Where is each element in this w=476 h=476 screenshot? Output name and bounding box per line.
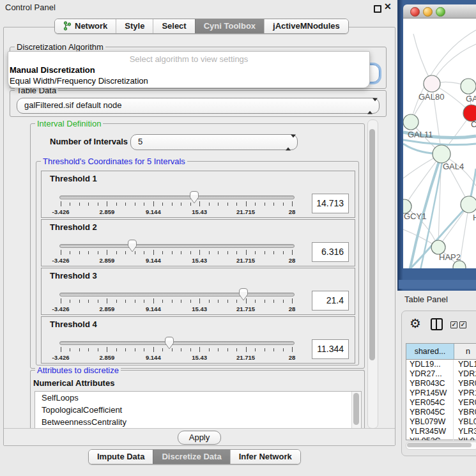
- threshold-2-box: Threshold 2 -3.4262.8599.14415.4321.7152…: [41, 219, 355, 266]
- tab-network[interactable]: Network: [55, 19, 116, 33]
- cell-shared-name[interactable]: YDR27...: [406, 369, 454, 379]
- tick-mark: [255, 203, 256, 206]
- slider-track[interactable]: [59, 293, 295, 296]
- tab-discretize-data[interactable]: Discretize Data: [153, 450, 229, 464]
- threshold-3-box: Threshold 3 -3.4262.8599.14415.4321.7152…: [41, 268, 355, 315]
- threshold-4-value-field[interactable]: 11.344: [312, 339, 349, 359]
- zoom-traffic-light-icon[interactable]: [436, 7, 445, 17]
- network-node[interactable]: [461, 79, 476, 94]
- tick-mark: [116, 203, 117, 206]
- network-node[interactable]: [461, 196, 476, 213]
- table-header-row: shared... n: [406, 344, 476, 360]
- table-row[interactable]: YER054CYER0: [406, 398, 476, 408]
- cell-shared-name[interactable]: YBL079W: [406, 417, 454, 427]
- network-node[interactable]: [433, 145, 450, 163]
- cell-name[interactable]: YDR2: [454, 369, 476, 379]
- list-scrollbar[interactable]: [351, 392, 361, 429]
- tick-mark: [292, 347, 293, 352]
- tick-mark: [135, 300, 135, 303]
- attributes-group: Attributes to discretize Numerical Attri…: [30, 370, 365, 429]
- cell-name[interactable]: YBR0: [454, 379, 476, 388]
- panel-scrollbar[interactable]: [367, 119, 378, 429]
- table-row[interactable]: YBR043CYBR0: [406, 379, 476, 388]
- control-panel-title: Control Panel: [5, 3, 56, 12]
- numerical-attributes-list[interactable]: SelfLoopsTopologicalCoefficientBetweenne…: [35, 391, 362, 429]
- tick-label: 9.144: [146, 208, 161, 215]
- slider-thumb-icon[interactable]: [189, 190, 199, 204]
- slider-thumb-icon[interactable]: [164, 336, 174, 350]
- threshold-3-slider[interactable]: -3.4262.8599.14415.4321.71528: [57, 288, 296, 314]
- apply-button[interactable]: Apply: [178, 431, 221, 445]
- network-view-canvas[interactable]: GAL80GACGAL11GAL4GCY1HHAP2: [403, 19, 476, 268]
- column-header-shared-name[interactable]: shared...: [406, 344, 454, 359]
- threshold-2-slider[interactable]: -3.4262.8599.14415.4321.71528: [57, 239, 296, 266]
- menu-item-equal-width-frequency[interactable]: Equal Width/Frequency Discretization: [10, 76, 148, 86]
- cell-shared-name[interactable]: YBR045C: [406, 408, 454, 417]
- attributes-group-title: Attributes to discretize: [35, 365, 121, 375]
- cell-name[interactable]: YDL1: [454, 360, 476, 369]
- tick-mark: [218, 300, 219, 303]
- tab-style[interactable]: Style: [116, 19, 153, 33]
- table-row[interactable]: YBR045CYBR0: [406, 408, 476, 417]
- threshold-1-slider[interactable]: -3.4262.8599.14415.4321.71528: [57, 190, 296, 217]
- attribute-list-item[interactable]: TopologicalCoefficient: [35, 404, 361, 416]
- close-traffic-light-icon[interactable]: [410, 7, 420, 17]
- slider-track[interactable]: [59, 341, 295, 345]
- node-attribute-table[interactable]: shared... n YDL19...YDL1YDR27...YDR2YBR0…: [406, 343, 476, 440]
- cell-name[interactable]: YPR1: [454, 388, 476, 398]
- table-row[interactable]: YPR145WYPR1: [406, 388, 476, 398]
- network-window-titlebar[interactable]: [403, 4, 476, 19]
- table-row[interactable]: YDR27...YDR2: [406, 369, 476, 379]
- slider-thumb-icon[interactable]: [127, 239, 137, 253]
- float-window-icon[interactable]: [374, 5, 381, 13]
- gear-icon[interactable]: ⚙: [410, 316, 421, 331]
- table-row[interactable]: YDL19...YDL1: [406, 360, 476, 369]
- split-columns-icon[interactable]: [431, 318, 443, 330]
- cell-shared-name[interactable]: YIL052C: [406, 436, 454, 440]
- tab-jactivemnodules[interactable]: jActiveMNodules: [264, 19, 348, 33]
- cell-shared-name[interactable]: YLR345W: [406, 427, 454, 436]
- cell-name[interactable]: YBL0: [454, 417, 476, 427]
- tab-select[interactable]: Select: [153, 19, 194, 33]
- slider-track[interactable]: [59, 244, 295, 248]
- tick-mark: [190, 348, 191, 351]
- cell-shared-name[interactable]: YBR043C: [406, 379, 454, 388]
- tab-cyni-toolbox[interactable]: Cyni Toolbox: [195, 19, 264, 33]
- minimize-traffic-light-icon[interactable]: [423, 7, 433, 17]
- threshold-4-slider[interactable]: -3.4262.8599.14415.4321.71528: [57, 336, 296, 363]
- table-horizontal-scrollbar[interactable]: [406, 441, 476, 450]
- checkbox-checked-icon[interactable]: ✓: [459, 321, 466, 328]
- tick-mark: [265, 348, 265, 351]
- table-data-combobox[interactable]: galFiltered.sif default node: [17, 98, 380, 114]
- close-icon[interactable]: ✕: [384, 1, 392, 12]
- cell-shared-name[interactable]: YER054C: [406, 398, 454, 408]
- tab-infer-network[interactable]: Infer Network: [230, 450, 300, 464]
- cell-name[interactable]: YLR3: [454, 427, 476, 436]
- slider-track[interactable]: [59, 196, 295, 199]
- network-node[interactable]: [424, 75, 440, 92]
- slider-thumb-icon[interactable]: [238, 288, 249, 302]
- checkbox-checked-icon[interactable]: ✓: [450, 321, 457, 328]
- threshold-2-value-field[interactable]: 6.316: [312, 242, 349, 262]
- table-row[interactable]: YIL052CYIL0: [406, 436, 476, 440]
- number-of-intervals-combobox[interactable]: 5: [130, 134, 298, 150]
- thresholds-group-title: Threshold's Coordinates for 5 Intervals: [41, 157, 187, 166]
- threshold-3-value-field[interactable]: 21.4: [312, 291, 349, 311]
- threshold-1-value-field[interactable]: 14.713: [312, 194, 349, 213]
- cell-name[interactable]: YIL0: [454, 436, 476, 440]
- cell-shared-name[interactable]: YDL19...: [406, 360, 454, 369]
- table-row[interactable]: YLR345WYLR3: [406, 427, 476, 436]
- attribute-list-item[interactable]: SelfLoops: [35, 392, 361, 404]
- column-header-name[interactable]: n: [454, 344, 476, 359]
- table-row[interactable]: YBL079WYBL0: [406, 417, 476, 427]
- tick-mark: [88, 348, 89, 351]
- cell-name[interactable]: YER0: [454, 398, 476, 408]
- tick-label: 21.715: [236, 208, 255, 215]
- cell-shared-name[interactable]: YPR145W: [406, 388, 454, 398]
- network-node[interactable]: [403, 114, 418, 130]
- cell-name[interactable]: YBR0: [454, 408, 476, 417]
- attribute-list-item[interactable]: BetweennessCentrality: [35, 416, 361, 428]
- tick-mark: [61, 250, 61, 255]
- menu-item-manual-discretization[interactable]: Manual Discretization: [10, 65, 95, 75]
- tab-impute-data[interactable]: Impute Data: [89, 450, 153, 464]
